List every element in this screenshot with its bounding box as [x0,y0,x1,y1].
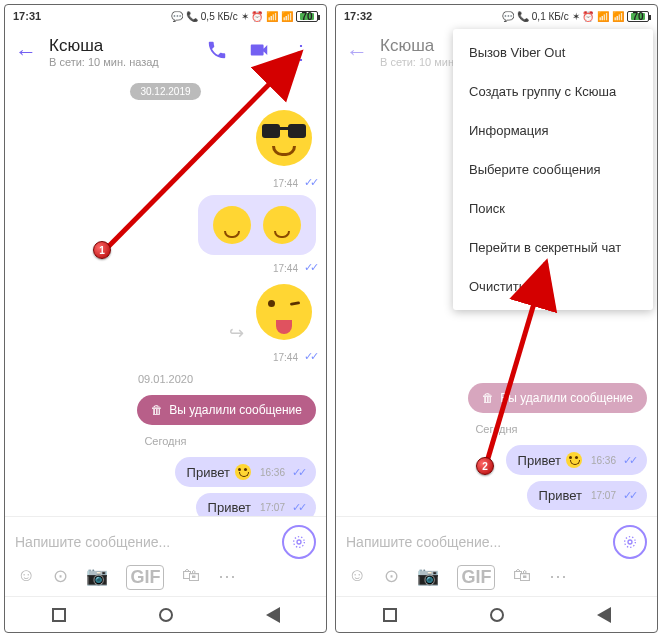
gif-button[interactable]: GIF [457,565,495,590]
more-attach-icon[interactable]: ⋯ [549,565,567,590]
back-nav-button[interactable] [266,607,280,623]
svg-point-1 [294,537,305,548]
back-button[interactable]: ← [15,39,37,65]
date-separator: 30.12.2019 [130,83,200,100]
trash-icon: 🗑 [482,391,494,405]
recent-apps-button[interactable] [383,608,397,622]
message-sticker[interactable] [15,195,316,255]
menu-secret-chat[interactable]: Перейти в секретный чат [453,228,653,267]
menu-select-messages[interactable]: Выберите сообщения [453,150,653,189]
phone-right: 17:32 💬 📞 0,1 КБ/с ✶ ⏰ 📶 📶 70 ← Ксюша В … [335,4,658,633]
emoji-icon[interactable]: ☺ [348,565,366,590]
message-bubble[interactable]: Привет 16:36✓✓ [175,457,316,487]
phone-left: 17:31 💬 📞 0,5 КБ/с ✶ ⏰ 📶 📶 70 ← Ксюша В … [4,4,327,633]
status-time: 17:31 [13,10,41,22]
step-marker: 2 [476,457,494,475]
video-call-button[interactable] [244,39,274,65]
voice-call-button[interactable] [202,39,232,65]
android-nav [5,596,326,632]
status-time: 17:32 [344,10,372,22]
emoji-icon[interactable]: ☺ [17,565,35,590]
deleted-message: 🗑 Вы удалили сообщение [137,395,316,425]
last-seen: В сети: 10 мин. назад [49,56,190,68]
smile-emoji [235,464,251,480]
message-bubble[interactable]: Привет 17:07✓✓ [527,481,647,510]
battery-icon: 70 [627,11,649,22]
message-input[interactable]: Напишите сообщение... [346,534,605,550]
status-icons: 💬 📞 0,5 КБ/с ✶ ⏰ 📶 📶 70 [171,11,318,22]
home-button[interactable] [490,608,504,622]
date-separator: Сегодня [475,423,517,435]
chat-body[interactable]: 30.12.2019 17:44✓✓ 17:44✓✓ ↪ 17:44✓✓ 09.… [5,77,326,516]
chat-title-block[interactable]: Ксюша В сети: 10 мин. назад [49,36,190,68]
message-sticker[interactable]: ↪ [15,280,316,344]
voice-message-button[interactable] [282,525,316,559]
menu-search[interactable]: Поиск [453,189,653,228]
battery-icon: 70 [296,11,318,22]
menu-viber-out[interactable]: Вызов Viber Out [453,33,653,72]
camera-icon[interactable]: 📷 [86,565,108,590]
chat-name: Ксюша [49,36,190,56]
status-bar: 17:31 💬 📞 0,5 КБ/с ✶ ⏰ 📶 📶 70 [5,5,326,27]
svg-point-0 [297,540,301,544]
composer: Напишите сообщение... ☺ ⊙ 📷 GIF 🛍 ⋯ [336,516,657,596]
message-bubble[interactable]: Привет 16:36✓✓ [506,445,647,475]
camera-icon[interactable]: 📷 [417,565,439,590]
more-attach-icon[interactable]: ⋯ [218,565,236,590]
date-separator: Сегодня [144,435,186,447]
forward-icon[interactable]: ↪ [229,322,244,344]
voice-message-button[interactable] [613,525,647,559]
message-bubble[interactable]: Привет 17:07✓✓ [196,493,316,516]
more-options-button[interactable]: ⋮ [286,40,316,64]
sticker-icon[interactable]: ⊙ [53,565,68,590]
message-input[interactable]: Напишите сообщение... [15,534,274,550]
sticker-icon[interactable]: ⊙ [384,565,399,590]
date-separator: 09.01.2020 [138,373,193,385]
svg-point-3 [628,540,632,544]
deleted-message: 🗑 Вы удалили сообщение [468,383,647,413]
composer: Напишите сообщение... ☺ ⊙ 📷 GIF 🛍 ⋯ [5,516,326,596]
smile-emoji [566,452,582,468]
attachment-row: ☺ ⊙ 📷 GIF 🛍 ⋯ [15,559,316,592]
recent-apps-button[interactable] [52,608,66,622]
message-sticker[interactable] [15,106,316,170]
status-icons: 💬 📞 0,1 КБ/с ✶ ⏰ 📶 📶 70 [502,11,649,22]
attachment-row: ☺ ⊙ 📷 GIF 🛍 ⋯ [346,559,647,592]
menu-clear-chat[interactable]: Очистить чат [453,267,653,306]
menu-create-group[interactable]: Создать группу с Ксюша [453,72,653,111]
shop-icon[interactable]: 🛍 [182,565,200,590]
back-button[interactable]: ← [346,39,368,65]
status-bar: 17:32 💬 📞 0,1 КБ/с ✶ ⏰ 📶 📶 70 [336,5,657,27]
home-button[interactable] [159,608,173,622]
trash-icon: 🗑 [151,403,163,417]
options-menu: Вызов Viber Out Создать группу с Ксюша И… [453,29,653,310]
svg-point-4 [625,537,636,548]
back-nav-button[interactable] [597,607,611,623]
gif-button[interactable]: GIF [126,565,164,590]
shop-icon[interactable]: 🛍 [513,565,531,590]
menu-info[interactable]: Информация [453,111,653,150]
android-nav [336,596,657,632]
chat-header: ← Ксюша В сети: 10 мин. назад ⋮ [5,27,326,77]
step-marker: 1 [93,241,111,259]
